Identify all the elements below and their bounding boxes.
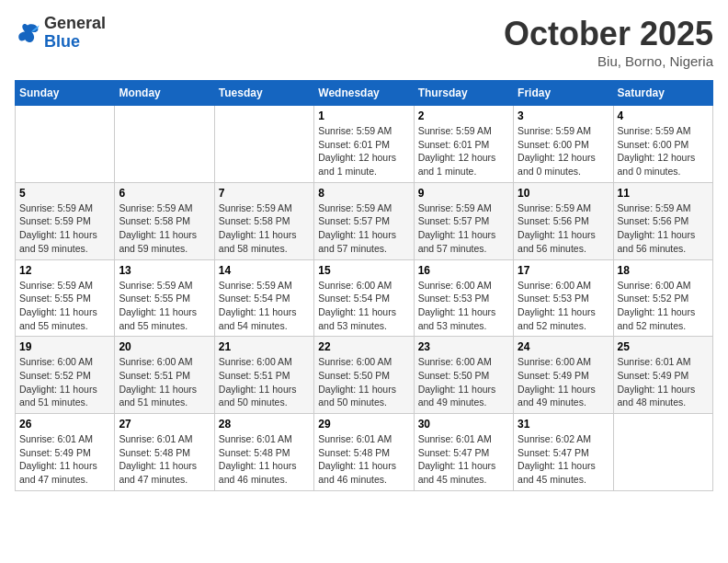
day-number: 13 <box>119 264 210 277</box>
calendar-table: SundayMondayTuesdayWednesdayThursdayFrid… <box>15 80 713 491</box>
calendar-cell: 14Sunrise: 5:59 AM Sunset: 5:54 PM Dayli… <box>214 259 313 337</box>
calendar-cell: 8Sunrise: 5:59 AM Sunset: 5:57 PM Daylig… <box>314 182 414 259</box>
day-number: 29 <box>318 418 409 431</box>
calendar-cell: 29Sunrise: 6:01 AM Sunset: 5:48 PM Dayli… <box>314 414 414 491</box>
calendar-cell: 30Sunrise: 6:01 AM Sunset: 5:47 PM Dayli… <box>414 414 513 491</box>
calendar-cell: 1Sunrise: 5:59 AM Sunset: 6:01 PM Daylig… <box>314 106 414 183</box>
day-number: 5 <box>19 187 110 200</box>
calendar-cell: 5Sunrise: 5:59 AM Sunset: 5:59 PM Daylig… <box>16 182 115 259</box>
day-number: 9 <box>418 187 509 200</box>
calendar-cell <box>613 414 712 491</box>
day-info: Sunrise: 5:59 AM Sunset: 5:58 PM Dayligh… <box>119 201 210 256</box>
calendar-header-row: SundayMondayTuesdayWednesdayThursdayFrid… <box>16 81 713 106</box>
day-info: Sunrise: 6:01 AM Sunset: 5:49 PM Dayligh… <box>19 432 110 487</box>
day-info: Sunrise: 6:00 AM Sunset: 5:51 PM Dayligh… <box>219 355 310 409</box>
day-number: 14 <box>219 264 310 277</box>
calendar-week-row: 1Sunrise: 5:59 AM Sunset: 6:01 PM Daylig… <box>16 106 713 183</box>
day-info: Sunrise: 6:01 AM Sunset: 5:49 PM Dayligh… <box>618 355 709 409</box>
calendar-cell: 23Sunrise: 6:00 AM Sunset: 5:50 PM Dayli… <box>414 337 513 414</box>
day-info: Sunrise: 5:59 AM Sunset: 5:57 PM Dayligh… <box>318 201 409 256</box>
day-number: 20 <box>119 340 210 353</box>
day-info: Sunrise: 6:02 AM Sunset: 5:47 PM Dayligh… <box>518 432 609 487</box>
page-header: General Blue October 2025 Biu, Borno, Ni… <box>15 15 713 69</box>
day-info: Sunrise: 6:00 AM Sunset: 5:52 PM Dayligh… <box>618 279 709 333</box>
day-info: Sunrise: 6:01 AM Sunset: 5:47 PM Dayligh… <box>418 432 509 487</box>
calendar-cell <box>214 106 313 183</box>
calendar-cell <box>115 106 214 183</box>
calendar-cell: 19Sunrise: 6:00 AM Sunset: 5:52 PM Dayli… <box>16 337 115 414</box>
calendar-cell: 16Sunrise: 6:00 AM Sunset: 5:53 PM Dayli… <box>414 259 513 337</box>
calendar-cell: 24Sunrise: 6:00 AM Sunset: 5:49 PM Dayli… <box>514 337 613 414</box>
calendar-cell: 3Sunrise: 5:59 AM Sunset: 6:00 PM Daylig… <box>514 106 613 183</box>
day-number: 6 <box>119 187 210 200</box>
calendar-cell: 22Sunrise: 6:00 AM Sunset: 5:50 PM Dayli… <box>314 337 414 414</box>
day-info: Sunrise: 6:01 AM Sunset: 5:48 PM Dayligh… <box>119 432 210 487</box>
day-info: Sunrise: 5:59 AM Sunset: 6:01 PM Dayligh… <box>418 124 509 178</box>
day-number: 10 <box>518 187 609 200</box>
day-number: 2 <box>418 109 509 122</box>
day-number: 21 <box>219 340 310 353</box>
calendar-cell: 2Sunrise: 5:59 AM Sunset: 6:01 PM Daylig… <box>414 106 513 183</box>
calendar-cell: 6Sunrise: 5:59 AM Sunset: 5:58 PM Daylig… <box>115 182 214 259</box>
calendar-cell: 26Sunrise: 6:01 AM Sunset: 5:49 PM Dayli… <box>16 414 115 491</box>
day-number: 28 <box>219 418 310 431</box>
calendar-cell: 31Sunrise: 6:02 AM Sunset: 5:47 PM Dayli… <box>514 414 613 491</box>
weekday-header-friday: Friday <box>514 81 613 106</box>
calendar-cell: 25Sunrise: 6:01 AM Sunset: 5:49 PM Dayli… <box>613 337 712 414</box>
day-info: Sunrise: 5:59 AM Sunset: 5:58 PM Dayligh… <box>219 201 310 256</box>
calendar-cell: 12Sunrise: 5:59 AM Sunset: 5:55 PM Dayli… <box>16 259 115 337</box>
day-number: 23 <box>418 340 509 353</box>
calendar-cell: 15Sunrise: 6:00 AM Sunset: 5:54 PM Dayli… <box>314 259 414 337</box>
day-number: 1 <box>318 109 409 122</box>
calendar-cell: 21Sunrise: 6:00 AM Sunset: 5:51 PM Dayli… <box>214 337 313 414</box>
day-info: Sunrise: 6:01 AM Sunset: 5:48 PM Dayligh… <box>219 432 310 487</box>
calendar-week-row: 26Sunrise: 6:01 AM Sunset: 5:49 PM Dayli… <box>16 414 713 491</box>
day-number: 27 <box>119 418 210 431</box>
day-number: 31 <box>518 418 609 431</box>
day-info: Sunrise: 6:01 AM Sunset: 5:48 PM Dayligh… <box>318 432 409 487</box>
weekday-header-saturday: Saturday <box>613 81 712 106</box>
day-number: 8 <box>318 187 409 200</box>
day-info: Sunrise: 6:00 AM Sunset: 5:53 PM Dayligh… <box>518 279 609 333</box>
day-number: 18 <box>618 264 709 277</box>
weekday-header-thursday: Thursday <box>414 81 513 106</box>
calendar-week-row: 5Sunrise: 5:59 AM Sunset: 5:59 PM Daylig… <box>16 182 713 259</box>
day-number: 16 <box>418 264 509 277</box>
day-info: Sunrise: 6:00 AM Sunset: 5:52 PM Dayligh… <box>19 355 110 409</box>
day-info: Sunrise: 6:00 AM Sunset: 5:54 PM Dayligh… <box>318 279 409 333</box>
logo-general-text: General <box>44 15 106 33</box>
day-info: Sunrise: 6:00 AM Sunset: 5:51 PM Dayligh… <box>119 355 210 409</box>
day-number: 30 <box>418 418 509 431</box>
calendar-cell <box>16 106 115 183</box>
day-info: Sunrise: 5:59 AM Sunset: 5:57 PM Dayligh… <box>418 201 509 256</box>
day-info: Sunrise: 5:59 AM Sunset: 5:56 PM Dayligh… <box>518 201 609 256</box>
calendar-week-row: 12Sunrise: 5:59 AM Sunset: 5:55 PM Dayli… <box>16 259 713 337</box>
calendar-cell: 18Sunrise: 6:00 AM Sunset: 5:52 PM Dayli… <box>613 259 712 337</box>
day-info: Sunrise: 6:00 AM Sunset: 5:50 PM Dayligh… <box>418 355 509 409</box>
calendar-cell: 20Sunrise: 6:00 AM Sunset: 5:51 PM Dayli… <box>115 337 214 414</box>
day-number: 24 <box>518 340 609 353</box>
day-number: 4 <box>618 109 709 122</box>
logo-bird-icon <box>15 20 40 46</box>
day-info: Sunrise: 5:59 AM Sunset: 6:00 PM Dayligh… <box>618 124 709 178</box>
day-number: 11 <box>618 187 709 200</box>
day-number: 7 <box>219 187 310 200</box>
day-number: 19 <box>19 340 110 353</box>
day-number: 17 <box>518 264 609 277</box>
calendar-week-row: 19Sunrise: 6:00 AM Sunset: 5:52 PM Dayli… <box>16 337 713 414</box>
day-number: 3 <box>518 109 609 122</box>
location-subtitle: Biu, Borno, Nigeria <box>504 53 713 69</box>
weekday-header-monday: Monday <box>115 81 214 106</box>
day-number: 25 <box>618 340 709 353</box>
weekday-header-sunday: Sunday <box>16 81 115 106</box>
calendar-cell: 7Sunrise: 5:59 AM Sunset: 5:58 PM Daylig… <box>214 182 313 259</box>
day-info: Sunrise: 5:59 AM Sunset: 5:54 PM Dayligh… <box>219 279 310 333</box>
calendar-cell: 10Sunrise: 5:59 AM Sunset: 5:56 PM Dayli… <box>514 182 613 259</box>
day-info: Sunrise: 6:00 AM Sunset: 5:49 PM Dayligh… <box>518 355 609 409</box>
day-info: Sunrise: 6:00 AM Sunset: 5:50 PM Dayligh… <box>318 355 409 409</box>
weekday-header-tuesday: Tuesday <box>214 81 313 106</box>
calendar-cell: 13Sunrise: 5:59 AM Sunset: 5:55 PM Dayli… <box>115 259 214 337</box>
calendar-cell: 27Sunrise: 6:01 AM Sunset: 5:48 PM Dayli… <box>115 414 214 491</box>
logo-text: General Blue <box>44 15 106 52</box>
calendar-cell: 28Sunrise: 6:01 AM Sunset: 5:48 PM Dayli… <box>214 414 313 491</box>
